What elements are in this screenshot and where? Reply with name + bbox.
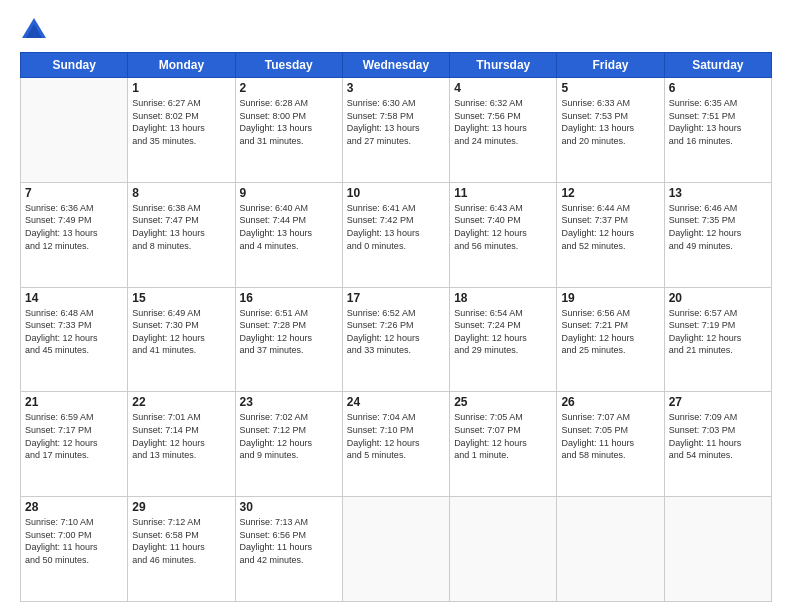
day-info: Sunrise: 7:05 AM Sunset: 7:07 PM Dayligh… [454, 411, 552, 461]
day-info: Sunrise: 6:43 AM Sunset: 7:40 PM Dayligh… [454, 202, 552, 252]
day-cell [450, 497, 557, 602]
day-info: Sunrise: 6:51 AM Sunset: 7:28 PM Dayligh… [240, 307, 338, 357]
week-row-4: 28Sunrise: 7:10 AM Sunset: 7:00 PM Dayli… [21, 497, 772, 602]
day-info: Sunrise: 6:49 AM Sunset: 7:30 PM Dayligh… [132, 307, 230, 357]
day-cell: 19Sunrise: 6:56 AM Sunset: 7:21 PM Dayli… [557, 287, 664, 392]
day-number: 19 [561, 291, 659, 305]
week-row-1: 7Sunrise: 6:36 AM Sunset: 7:49 PM Daylig… [21, 182, 772, 287]
day-number: 25 [454, 395, 552, 409]
day-cell [21, 78, 128, 183]
day-number: 3 [347, 81, 445, 95]
day-cell: 17Sunrise: 6:52 AM Sunset: 7:26 PM Dayli… [342, 287, 449, 392]
day-number: 15 [132, 291, 230, 305]
week-row-0: 1Sunrise: 6:27 AM Sunset: 8:02 PM Daylig… [21, 78, 772, 183]
weekday-header-saturday: Saturday [664, 53, 771, 78]
day-cell: 1Sunrise: 6:27 AM Sunset: 8:02 PM Daylig… [128, 78, 235, 183]
weekday-header-monday: Monday [128, 53, 235, 78]
day-info: Sunrise: 7:02 AM Sunset: 7:12 PM Dayligh… [240, 411, 338, 461]
day-number: 29 [132, 500, 230, 514]
day-number: 6 [669, 81, 767, 95]
day-cell: 14Sunrise: 6:48 AM Sunset: 7:33 PM Dayli… [21, 287, 128, 392]
day-info: Sunrise: 6:30 AM Sunset: 7:58 PM Dayligh… [347, 97, 445, 147]
day-number: 9 [240, 186, 338, 200]
day-cell: 12Sunrise: 6:44 AM Sunset: 7:37 PM Dayli… [557, 182, 664, 287]
day-cell [342, 497, 449, 602]
day-cell: 11Sunrise: 6:43 AM Sunset: 7:40 PM Dayli… [450, 182, 557, 287]
weekday-header-wednesday: Wednesday [342, 53, 449, 78]
day-info: Sunrise: 7:13 AM Sunset: 6:56 PM Dayligh… [240, 516, 338, 566]
logo [20, 16, 52, 44]
day-info: Sunrise: 6:44 AM Sunset: 7:37 PM Dayligh… [561, 202, 659, 252]
day-number: 4 [454, 81, 552, 95]
day-number: 26 [561, 395, 659, 409]
day-info: Sunrise: 6:36 AM Sunset: 7:49 PM Dayligh… [25, 202, 123, 252]
day-number: 5 [561, 81, 659, 95]
day-info: Sunrise: 6:28 AM Sunset: 8:00 PM Dayligh… [240, 97, 338, 147]
day-info: Sunrise: 6:56 AM Sunset: 7:21 PM Dayligh… [561, 307, 659, 357]
day-info: Sunrise: 7:12 AM Sunset: 6:58 PM Dayligh… [132, 516, 230, 566]
day-info: Sunrise: 6:41 AM Sunset: 7:42 PM Dayligh… [347, 202, 445, 252]
day-cell: 8Sunrise: 6:38 AM Sunset: 7:47 PM Daylig… [128, 182, 235, 287]
day-cell: 30Sunrise: 7:13 AM Sunset: 6:56 PM Dayli… [235, 497, 342, 602]
day-info: Sunrise: 6:32 AM Sunset: 7:56 PM Dayligh… [454, 97, 552, 147]
day-number: 28 [25, 500, 123, 514]
day-cell: 7Sunrise: 6:36 AM Sunset: 7:49 PM Daylig… [21, 182, 128, 287]
day-info: Sunrise: 6:54 AM Sunset: 7:24 PM Dayligh… [454, 307, 552, 357]
calendar-table: SundayMondayTuesdayWednesdayThursdayFrid… [20, 52, 772, 602]
day-cell: 28Sunrise: 7:10 AM Sunset: 7:00 PM Dayli… [21, 497, 128, 602]
day-info: Sunrise: 6:48 AM Sunset: 7:33 PM Dayligh… [25, 307, 123, 357]
day-number: 7 [25, 186, 123, 200]
week-row-3: 21Sunrise: 6:59 AM Sunset: 7:17 PM Dayli… [21, 392, 772, 497]
weekday-header-row: SundayMondayTuesdayWednesdayThursdayFrid… [21, 53, 772, 78]
day-number: 11 [454, 186, 552, 200]
week-row-2: 14Sunrise: 6:48 AM Sunset: 7:33 PM Dayli… [21, 287, 772, 392]
day-info: Sunrise: 6:59 AM Sunset: 7:17 PM Dayligh… [25, 411, 123, 461]
day-number: 18 [454, 291, 552, 305]
weekday-header-friday: Friday [557, 53, 664, 78]
weekday-header-thursday: Thursday [450, 53, 557, 78]
day-info: Sunrise: 7:07 AM Sunset: 7:05 PM Dayligh… [561, 411, 659, 461]
day-info: Sunrise: 6:27 AM Sunset: 8:02 PM Dayligh… [132, 97, 230, 147]
day-info: Sunrise: 6:38 AM Sunset: 7:47 PM Dayligh… [132, 202, 230, 252]
day-number: 10 [347, 186, 445, 200]
day-cell: 5Sunrise: 6:33 AM Sunset: 7:53 PM Daylig… [557, 78, 664, 183]
day-info: Sunrise: 6:52 AM Sunset: 7:26 PM Dayligh… [347, 307, 445, 357]
day-cell: 27Sunrise: 7:09 AM Sunset: 7:03 PM Dayli… [664, 392, 771, 497]
day-cell: 9Sunrise: 6:40 AM Sunset: 7:44 PM Daylig… [235, 182, 342, 287]
day-cell: 26Sunrise: 7:07 AM Sunset: 7:05 PM Dayli… [557, 392, 664, 497]
day-cell: 25Sunrise: 7:05 AM Sunset: 7:07 PM Dayli… [450, 392, 557, 497]
day-cell: 16Sunrise: 6:51 AM Sunset: 7:28 PM Dayli… [235, 287, 342, 392]
day-number: 27 [669, 395, 767, 409]
weekday-header-tuesday: Tuesday [235, 53, 342, 78]
day-info: Sunrise: 6:33 AM Sunset: 7:53 PM Dayligh… [561, 97, 659, 147]
day-number: 21 [25, 395, 123, 409]
day-cell: 22Sunrise: 7:01 AM Sunset: 7:14 PM Dayli… [128, 392, 235, 497]
day-number: 13 [669, 186, 767, 200]
day-number: 23 [240, 395, 338, 409]
day-info: Sunrise: 6:35 AM Sunset: 7:51 PM Dayligh… [669, 97, 767, 147]
logo-icon [20, 16, 48, 44]
day-cell: 3Sunrise: 6:30 AM Sunset: 7:58 PM Daylig… [342, 78, 449, 183]
day-cell: 29Sunrise: 7:12 AM Sunset: 6:58 PM Dayli… [128, 497, 235, 602]
day-cell [664, 497, 771, 602]
day-number: 20 [669, 291, 767, 305]
day-info: Sunrise: 6:57 AM Sunset: 7:19 PM Dayligh… [669, 307, 767, 357]
day-number: 14 [25, 291, 123, 305]
day-cell: 4Sunrise: 6:32 AM Sunset: 7:56 PM Daylig… [450, 78, 557, 183]
day-cell [557, 497, 664, 602]
day-info: Sunrise: 6:40 AM Sunset: 7:44 PM Dayligh… [240, 202, 338, 252]
day-cell: 2Sunrise: 6:28 AM Sunset: 8:00 PM Daylig… [235, 78, 342, 183]
day-number: 2 [240, 81, 338, 95]
day-number: 8 [132, 186, 230, 200]
day-cell: 13Sunrise: 6:46 AM Sunset: 7:35 PM Dayli… [664, 182, 771, 287]
day-number: 17 [347, 291, 445, 305]
day-info: Sunrise: 7:09 AM Sunset: 7:03 PM Dayligh… [669, 411, 767, 461]
day-info: Sunrise: 6:46 AM Sunset: 7:35 PM Dayligh… [669, 202, 767, 252]
day-cell: 10Sunrise: 6:41 AM Sunset: 7:42 PM Dayli… [342, 182, 449, 287]
day-cell: 24Sunrise: 7:04 AM Sunset: 7:10 PM Dayli… [342, 392, 449, 497]
day-cell: 23Sunrise: 7:02 AM Sunset: 7:12 PM Dayli… [235, 392, 342, 497]
day-info: Sunrise: 7:04 AM Sunset: 7:10 PM Dayligh… [347, 411, 445, 461]
header [20, 16, 772, 44]
day-number: 24 [347, 395, 445, 409]
day-number: 30 [240, 500, 338, 514]
